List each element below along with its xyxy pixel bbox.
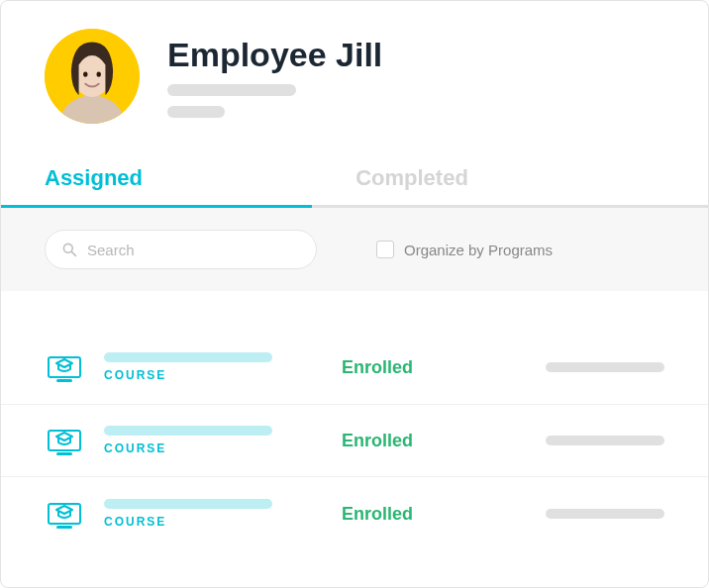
course-title-col: COURSE [104,499,322,529]
course-type-label: COURSE [104,368,322,382]
organize-checkbox[interactable] [376,241,394,258]
svg-rect-10 [56,452,72,455]
subtitle-placeholder-2 [167,106,225,118]
tab-assigned[interactable]: Assigned [1,149,312,205]
tabs: Assigned Completed [1,149,708,208]
search-input[interactable] [87,242,300,258]
course-title-placeholder [104,499,272,509]
employee-courses-card: Employee Jill Assigned Completed Organiz… [0,0,709,588]
meta-placeholder [546,362,664,372]
subtitle-placeholder [167,84,296,96]
course-type-label: COURSE [104,515,322,529]
course-icon [45,421,84,460]
header: Employee Jill [1,1,708,138]
tab-completed[interactable]: Completed [312,149,623,205]
svg-line-6 [71,251,75,255]
course-list: COURSE Enrolled COURSE Enrolled [1,291,708,587]
course-row[interactable]: COURSE Enrolled [1,404,708,477]
avatar [45,29,140,124]
course-icon [45,347,84,387]
course-type-label: COURSE [104,441,322,455]
course-icon [45,494,84,534]
svg-rect-8 [56,379,72,382]
course-title-col: COURSE [104,352,322,382]
svg-point-4 [97,71,101,76]
search-icon [61,242,77,257]
svg-rect-12 [56,526,72,529]
status-label: Enrolled [342,431,500,451]
status-label: Enrolled [342,357,500,378]
course-title-placeholder [104,352,272,362]
course-title-placeholder [104,426,272,436]
meta-placeholder [546,509,664,519]
employee-name: Employee Jill [167,36,382,74]
organize-wrap: Organize by Programs [376,241,553,258]
meta-placeholder [546,436,664,445]
course-row[interactable]: COURSE Enrolled [1,331,708,404]
search-wrap [45,230,317,269]
course-title-col: COURSE [104,426,322,455]
name-block: Employee Jill [167,36,382,118]
search-bar: Organize by Programs [1,208,708,291]
status-label: Enrolled [342,504,500,525]
svg-point-3 [83,71,87,76]
organize-label: Organize by Programs [404,242,553,258]
course-row[interactable]: COURSE Enrolled [1,477,708,550]
